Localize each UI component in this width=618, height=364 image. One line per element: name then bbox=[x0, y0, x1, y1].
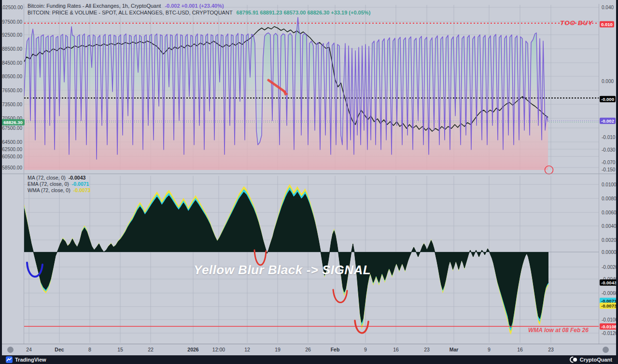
tradingview-brand[interactable]: TradingView bbox=[6, 356, 46, 363]
time-axis-label: Dec bbox=[55, 347, 64, 352]
right-edge-strip bbox=[616, 0, 618, 364]
wma-low-annotation[interactable]: WMA low at 08 Feb 26 bbox=[528, 327, 589, 334]
oscillator-axis-label: 0.0100 bbox=[602, 182, 617, 187]
footer-bar: TradingView CryptoQuant bbox=[0, 355, 618, 364]
current-price-badge: 68826.30 bbox=[1, 119, 25, 126]
oscillator-axis-label: 0.0000 bbox=[602, 250, 617, 255]
cryptoquant-brand[interactable]: CryptoQuant bbox=[570, 356, 612, 363]
price-axis-label: 60500.00 bbox=[0, 154, 22, 159]
cryptoquant-logo-icon bbox=[570, 356, 577, 363]
time-axis-label: 2026 bbox=[187, 347, 198, 352]
oscillator-axis-badge: -0.0108 bbox=[600, 323, 618, 330]
legend-funding-rates[interactable]: Bitcoin: Funding Rates - All Exchanges, … bbox=[28, 3, 224, 9]
legend-price-title[interactable]: BITCOIN: PRICE & VOLUME - SPOT, ALL EXCH… bbox=[28, 10, 233, 15]
oscillator-axis-label: 0.0080 bbox=[602, 196, 617, 201]
legend-ma-value: -0.0043 bbox=[69, 175, 86, 181]
tradingview-chart-window: Bitcoin: Funding Rates - All Exchanges, … bbox=[0, 0, 618, 364]
price-axis-label: 58500.00 bbox=[0, 165, 22, 170]
oscillator-axis-label: 0.0060 bbox=[602, 210, 617, 215]
signal-text-annotation[interactable]: Yellow Blur Black -> SIGNAL bbox=[194, 263, 371, 278]
time-axis-label: 23 bbox=[424, 347, 430, 352]
price-axis-label: 76500.00 bbox=[0, 88, 22, 93]
funding-axis-label: 0.000 bbox=[602, 79, 614, 84]
price-axis-label: 80500.00 bbox=[0, 74, 22, 79]
legend-funding-values: -0.002 +0.001 (+23.40%) bbox=[165, 3, 224, 9]
time-axis-label: 22 bbox=[148, 347, 154, 352]
oscillator-axis-label: -0.0020 bbox=[602, 265, 618, 270]
funding-axis-label: -0.010 bbox=[602, 135, 615, 140]
legend-wma-value: -0.0073 bbox=[73, 187, 91, 193]
legend-ema-label: EMA (72, close, 0) bbox=[28, 181, 69, 187]
price-axis-label: 62500.00 bbox=[0, 147, 22, 152]
legend-ema-value: -0.0071 bbox=[72, 181, 89, 187]
price-axis-label: 84500.00 bbox=[0, 60, 22, 66]
legend-price-values: 68795.91 68891.23 68573.00 68826.30 +33.… bbox=[237, 10, 371, 15]
time-axis-label: 16 bbox=[393, 347, 399, 352]
oscillator-axis-label: -0.0060 bbox=[602, 291, 618, 296]
too-buy-annotation[interactable]: TOO BUY bbox=[560, 19, 593, 27]
funding-axis-badge: -0.002 bbox=[600, 118, 616, 124]
time-axis-label: Mar bbox=[449, 347, 459, 352]
legend-wma-label: WMA (72, close, 0) bbox=[28, 187, 70, 193]
funding-axis-badge: 0.010 bbox=[600, 21, 614, 28]
time-axis-label: 9 bbox=[364, 347, 367, 352]
legend-price-volume[interactable]: BITCOIN: PRICE & VOLUME - SPOT, ALL EXCH… bbox=[28, 10, 370, 15]
funding-axis-badge: -0.000 bbox=[600, 96, 616, 102]
scroll-right-handle[interactable] bbox=[603, 347, 609, 353]
scroll-left-handle[interactable] bbox=[7, 347, 14, 353]
oscillator-axis-badge: -0.0073 bbox=[600, 303, 618, 309]
time-axis-label: 24 bbox=[26, 347, 32, 352]
time-axis-label: 8 bbox=[88, 347, 91, 352]
tradingview-logo-icon bbox=[6, 356, 13, 363]
price-axis-label: 97500.00 bbox=[0, 19, 22, 25]
funding-axis-label: -0.030 bbox=[602, 147, 615, 153]
cryptoquant-brand-label: CryptoQuant bbox=[580, 357, 612, 363]
time-axis-label: 12:00 bbox=[212, 347, 225, 352]
funding-axis-label: -0.150 bbox=[602, 167, 615, 172]
legend-ema[interactable]: EMA (72, close, 0)-0.0071 bbox=[28, 181, 89, 187]
price-axis-label: 67500.00 bbox=[0, 126, 22, 131]
legend-wma[interactable]: WMA (72, close, 0)-0.0073 bbox=[28, 187, 90, 193]
legend-funding-title[interactable]: Bitcoin: Funding Rates - All Exchanges, … bbox=[28, 3, 161, 9]
oscillator-axis-label: 0.0040 bbox=[602, 224, 617, 229]
price-axis-label: 73500.00 bbox=[0, 102, 22, 107]
time-axis-label: Feb bbox=[331, 347, 340, 352]
oscillator-axis-label: 0.0020 bbox=[602, 238, 617, 243]
chart-canvas[interactable] bbox=[0, 0, 618, 344]
legend-ma[interactable]: MA (72, close, 0)-0.0043 bbox=[28, 175, 85, 181]
left-edge-strip bbox=[0, 0, 2, 364]
price-axis-label: 64500.00 bbox=[0, 140, 22, 145]
legend-ma-label: MA (72, close, 0) bbox=[28, 175, 66, 181]
tradingview-brand-label: TradingView bbox=[15, 357, 46, 363]
time-axis-label: 23 bbox=[548, 347, 554, 352]
time-axis-label: 16 bbox=[517, 347, 523, 352]
oscillator-axis-label: -0.0120 bbox=[602, 331, 618, 336]
time-axis-label: 15 bbox=[117, 347, 123, 352]
oscillator-axis-badge: -0.0043 bbox=[600, 280, 618, 286]
time-axis-label: 19 bbox=[275, 347, 281, 352]
oscillator-axis-label: -0.0100 bbox=[602, 317, 618, 322]
funding-axis-label: -0.070 bbox=[602, 160, 615, 165]
time-axis-label: 12 bbox=[244, 347, 250, 352]
price-axis-label: 102500.00 bbox=[0, 5, 22, 10]
time-axis-label: 26 bbox=[305, 347, 311, 352]
price-axis-label: 92500.00 bbox=[0, 32, 22, 38]
funding-axis-label: 0.040 bbox=[602, 5, 614, 10]
time-axis[interactable]: 24Dec81522202612:00121926Feb91623Mar9162… bbox=[0, 344, 618, 356]
price-axis-label: 88500.00 bbox=[0, 46, 22, 52]
time-axis-label: 9 bbox=[488, 347, 491, 352]
